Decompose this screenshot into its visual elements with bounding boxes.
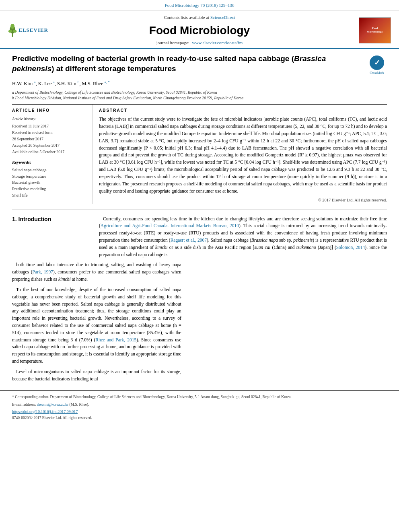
article-info-label: ARTICLE INFO [12,108,89,113]
svg-point-4 [10,24,14,29]
elsevier-tree-icon [8,21,17,40]
journal-reference-text: Food Microbiology 70 (2018) 129–136 [165,3,234,8]
ref-park-link[interactable]: Park, 1997 [33,269,53,274]
food-microbiology-thumbnail: FoodMicrobiology [359,17,391,43]
keyword-5: Shelf life [12,192,89,199]
abstract-label: ABSTRACT [99,108,387,113]
crossmark: ✓ CrossMark [367,54,387,75]
intro-body-text: Currently, consumers are spending less t… [99,216,387,259]
keywords-label: Keywords: [12,159,89,165]
email-line: E-mail address: rheems@korea.ac.kr (M.S.… [12,402,387,407]
journal-title: Food Microbiology [48,23,351,38]
thumbnail-label: FoodMicrobiology [367,27,383,35]
para-left-2: To the best of our knowledge, despite of… [12,286,181,365]
keywords-section: Keywords: Salted napa cabbage Storage te… [12,159,89,198]
contents-available-line: Contents lists available at ScienceDirec… [48,14,351,21]
elsevier-branding: ELSEVIER [8,21,48,40]
copyright-line: © 2017 Elsevier Ltd. All rights reserved… [99,197,387,203]
sciencedirect-link[interactable]: ScienceDirect [210,15,235,20]
contents-text: Contents lists available at [164,15,209,20]
received-revised: Received in revised form26 September 201… [12,130,53,141]
article-body: Predictive modeling of bacterial growth … [0,49,399,390]
available-online: Available online 5 October 2017 [12,150,64,154]
brassica-italic: Brassica napa [251,238,278,242]
keyword-2: Storage temperature [12,173,89,180]
affiliation-a: a Department of Biotechnology, College o… [12,90,387,95]
accepted-date: Accepted 26 September 2017 [12,143,60,148]
bottom-left-col: both time and labor intensive due to tri… [12,261,185,386]
email-name: (M.S. Rhee). [69,403,89,407]
email-label: E-mail address: [12,403,36,407]
ref-agriculture-link[interactable]: Agriculture and Agri-Food Canada. Intern… [101,223,239,228]
article-title-section: Predictive modeling of bacterial growth … [12,54,387,75]
section-number: 1. Introduction [12,216,93,224]
ref-rhee-park-link[interactable]: Rhee and Park, 2015 [95,337,136,342]
footnote-star-text: * Corresponding author. Department of Bi… [12,394,387,400]
keyword-1: Salted napa cabbage [12,167,89,173]
footer-section: * Corresponding author. Department of Bi… [0,390,399,424]
article-info-column: ARTICLE INFO Article history: Received 1… [12,105,93,203]
introduction-section: 1. Introduction Currently, consumers are… [12,216,387,262]
svg-point-2 [8,30,12,33]
svg-point-3 [13,30,17,33]
received-date: Received 11 July 2017 [12,124,49,128]
crossmark-label: CrossMark [370,71,384,75]
intro-text-column: Currently, consumers are spending less t… [99,216,387,262]
para-left-1: both time and labor intensive due to tri… [12,261,181,283]
affiliations: a Department of Biotechnology, College o… [12,90,387,101]
abstract-column: ABSTRACT The objectives of the current s… [99,105,387,203]
ref-ragaert-link[interactable]: Ragaert et al., 2007 [171,238,207,242]
issn-line: 0740-0020/© 2017 Elsevier Ltd. All right… [12,415,387,421]
elsevier-logo-left: ELSEVIER [8,21,48,40]
doi-link[interactable]: https://doi.org/10.1016/j.fm.2017.09.017 [12,409,387,415]
authors-line: H.W. Kim a, K. Lee a, S.H. Kim b, M.S. R… [12,80,387,88]
abstract-paragraph: The objectives of the current study were… [99,116,387,195]
bottom-two-col: both time and labor intensive due to tri… [12,261,387,386]
para-left-3: Level of microorganisms in salted napa c… [12,368,181,383]
journal-center-info: Contents lists available at ScienceDirec… [48,14,351,46]
intro-paragraph-1: Currently, consumers are spending less t… [99,216,387,259]
email-link[interactable]: rheems@korea.ac.kr [37,403,68,407]
article-title-text: Predictive modeling of bacterial growth … [12,54,363,75]
article-history: Article history: Received 11 July 2017 R… [12,116,89,155]
crossmark-icon: ✓ [370,55,384,70]
homepage-line: journal homepage: www.elsevier.com/locat… [48,40,351,46]
elsevier-text: ELSEVIER [19,27,48,34]
ref-solomon-link[interactable]: Solomon, 2014 [336,245,365,250]
journal-cover-thumbnail: FoodMicrobiology [351,17,391,43]
affiliation-b: b Food Microbiology Division, National I… [12,95,387,101]
intro-heading-column: 1. Introduction [12,216,93,262]
bottom-left-text: both time and labor intensive due to tri… [12,261,181,382]
journal-reference-bar: Food Microbiology 70 (2018) 129–136 [0,0,399,10]
bottom-right-col [191,261,364,386]
article-title-end: ) at different storage temperatures [51,64,176,73]
page: Food Microbiology 70 (2018) 129–136 ELSE… [0,0,399,424]
abstract-text: The objectives of the current study were… [99,116,387,203]
article-title: Predictive modeling of bacterial growth … [12,54,363,74]
history-label: Article history: [12,116,89,122]
two-column-section: ARTICLE INFO Article history: Received 1… [12,104,387,203]
journal-header: ELSEVIER Contents lists available at Sci… [0,10,399,49]
homepage-url[interactable]: www.elsevier.com/locate/fm [192,40,243,45]
keyword-3: Bacterial growth [12,179,89,186]
keyword-4: Predictive modeling [12,186,89,192]
homepage-label: journal homepage: [156,40,189,45]
section-divider [12,210,387,210]
article-title-plain: Predictive modeling of bacterial growth … [12,54,294,63]
